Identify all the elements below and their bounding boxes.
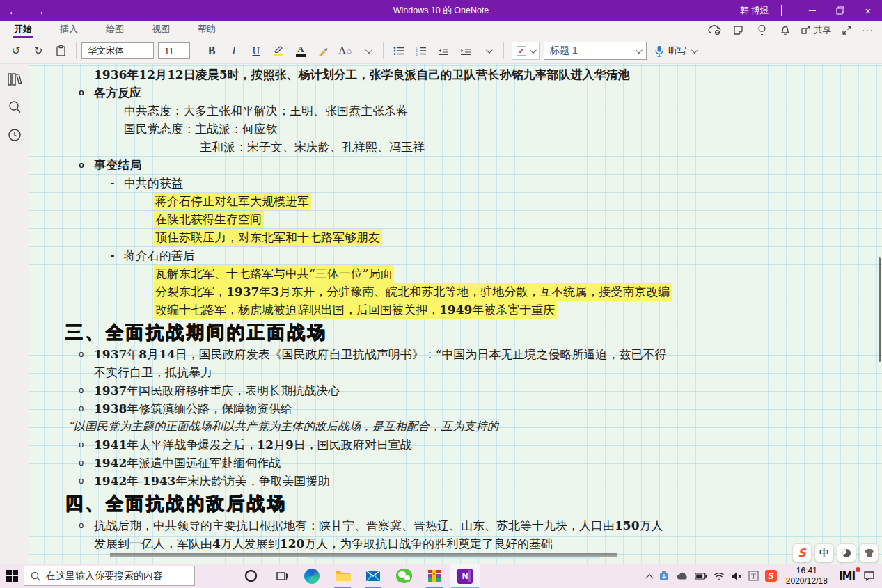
content-line[interactable]: 顶住苏联压力，对东北军和十七路军够朋友 xyxy=(29,228,882,246)
task-view-button[interactable] xyxy=(266,564,297,588)
content-line[interactable]: “以国民党为主题的正面战场和以共产党为主体的敌后战场，是互相配合，互为支持的 xyxy=(29,418,882,436)
content-line[interactable]: o事变结局 xyxy=(29,156,882,174)
content-line[interactable]: 瓦解东北军、十七路军与中共“三体一位”局面 xyxy=(29,264,882,283)
font-size-combobox[interactable]: 11 xyxy=(158,42,190,59)
italic-button[interactable]: I xyxy=(223,41,244,61)
volume-muted-icon[interactable] xyxy=(731,572,742,580)
wifi-icon[interactable] xyxy=(714,572,725,580)
mi-tray-icon[interactable]: IMI xyxy=(837,570,857,582)
paste-icon[interactable] xyxy=(50,41,71,61)
content-line[interactable]: o1942年派遣中国远征军赴缅甸作战 xyxy=(29,454,882,472)
minimize-button[interactable] xyxy=(798,0,826,21)
taskbar-search-input[interactable]: 在这里输入你要搜索的内容 xyxy=(24,566,195,586)
content-line[interactable]: o1941年太平洋战争爆发之后，12月9日，国民政府对日宣战 xyxy=(29,436,882,454)
content-line[interactable]: 在陕北获得生存空间 xyxy=(29,210,882,228)
wechat-button[interactable] xyxy=(388,564,419,588)
bold-button[interactable]: B xyxy=(201,41,222,61)
cortana-button[interactable] xyxy=(235,564,266,588)
font-name-combobox[interactable]: 华文宋体 xyxy=(81,42,154,59)
sync-status-icon[interactable] xyxy=(706,22,723,38)
sogou-logo-icon[interactable]: S xyxy=(792,543,812,562)
vertical-scrollbar[interactable] xyxy=(879,257,881,362)
increase-indent-icon[interactable] xyxy=(455,41,476,61)
fullscreen-icon[interactable] xyxy=(838,22,855,38)
ime-chinese-mode-button[interactable]: 中 xyxy=(814,543,834,562)
content-line[interactable]: 不实行自卫，抵抗暴力 xyxy=(29,363,882,381)
tray-clock[interactable]: 16:41 2020/12/18 xyxy=(783,566,830,587)
bulleted-list-icon[interactable] xyxy=(388,41,409,61)
paragraph-options-chevron-icon[interactable] xyxy=(478,41,498,61)
search-icon[interactable] xyxy=(6,99,23,116)
notebooks-icon[interactable] xyxy=(6,71,23,88)
ime-skin-icon[interactable] xyxy=(859,543,879,562)
circle-bullet: o xyxy=(79,399,84,418)
forward-icon[interactable]: → xyxy=(26,5,53,17)
share-button[interactable]: 共享 xyxy=(801,24,831,36)
battery-icon[interactable] xyxy=(695,573,707,580)
dictate-button[interactable]: 听写 xyxy=(655,45,696,57)
ideas-icon[interactable] xyxy=(753,22,770,38)
content-line[interactable]: o1937年8月14日，国民政府发表《国民政府自卫抗战声明书》：“中国为日本无止… xyxy=(29,345,882,363)
font-options-chevron-icon[interactable] xyxy=(357,41,378,61)
content-line[interactable]: o1938年修筑滇缅公路，保障物资供给 xyxy=(29,399,882,418)
content-line[interactable]: o各方反应 xyxy=(29,84,882,102)
feed-icon[interactable] xyxy=(730,22,746,38)
section-heading[interactable]: 三、全面抗战期间的正面战场 xyxy=(29,319,882,345)
style-dropdown[interactable]: 标题 1 xyxy=(544,42,647,60)
clear-formatting-icon[interactable]: A◇ xyxy=(335,41,356,61)
content-line[interactable]: 国民党态度：主战派：何应钦 xyxy=(29,120,882,138)
recent-notes-icon[interactable] xyxy=(6,127,23,143)
content-line[interactable]: 分裂东北军，1937年3月东开，分驻豫南、皖北和苏北等地，驻地分散，互不统属，接… xyxy=(29,283,882,301)
restore-button[interactable] xyxy=(826,0,854,21)
line-text: 蒋介石停止对红军大规模进军 xyxy=(154,193,311,210)
notifications-bell-icon[interactable] xyxy=(777,22,794,38)
start-button[interactable] xyxy=(0,564,24,588)
content-line[interactable]: 改编十七路军，杨虎城被迫辞职出国，后回国被关押，1949年被杀害于重庆 xyxy=(29,301,882,319)
content-line[interactable]: o1942年-1943年宋庆龄访美，争取美国援助 xyxy=(29,472,882,490)
format-painter-icon[interactable] xyxy=(313,41,333,61)
decrease-indent-icon[interactable] xyxy=(433,41,454,61)
winrar-button[interactable] xyxy=(419,564,450,588)
close-button[interactable]: × xyxy=(854,0,882,21)
content-line[interactable]: o1937年国民政府移驻重庆，表明长期抗战决心 xyxy=(29,381,882,399)
content-line[interactable]: 蒋介石停止对红军大规模进军 xyxy=(29,192,882,210)
tab-home[interactable]: 开始 xyxy=(11,21,35,39)
tab-view[interactable]: 视图 xyxy=(149,21,173,39)
redo-icon[interactable]: ↻ xyxy=(28,41,49,61)
underline-button[interactable]: U xyxy=(246,41,267,61)
font-color-button[interactable]: A xyxy=(290,41,311,61)
onedrive-cloud-icon[interactable] xyxy=(676,572,688,580)
mail-button[interactable] xyxy=(358,564,388,588)
line-text: 发展到一亿人，军队由4万人发展到120万人，为争取抗日战争的胜利奠定了良好的基础 xyxy=(94,537,553,550)
onenote-taskbar-button[interactable]: N xyxy=(450,564,480,588)
undo-icon[interactable]: ↺ xyxy=(6,41,26,61)
tab-draw[interactable]: 绘图 xyxy=(103,21,127,39)
content-line[interactable]: 发展到一亿人，军队由4万人发展到120万人，为争取抗日战争的胜利奠定了良好的基础 xyxy=(29,534,882,553)
style-chevron-icon xyxy=(636,47,643,54)
content-line[interactable]: -蒋介石的善后 xyxy=(29,246,882,264)
numbered-list-icon[interactable]: 123 xyxy=(411,41,432,61)
content-line[interactable]: 中共态度：大多主张和平解决；王明、张国焘主张杀蒋 xyxy=(29,102,882,120)
tray-expand-chevron-icon[interactable] xyxy=(647,573,652,579)
user-name[interactable]: 韩 博煜 xyxy=(727,5,781,17)
note-page-canvas[interactable]: 1936年12月12日凌晨5时，按照张、杨计划分工，张学良派自己的卫队营长孙铭九… xyxy=(29,64,882,564)
content-line[interactable]: o抗战后期，中共领导的主要抗日根据地有：陕甘宁、晋察冀、晋热辽、山东、苏北等十九… xyxy=(29,516,882,534)
todo-tag-dropdown[interactable]: ✓ xyxy=(512,42,540,60)
file-explorer-button[interactable] xyxy=(327,564,358,588)
tab-insert[interactable]: 插入 xyxy=(57,21,81,39)
content-line[interactable]: 主和派：宋子文、宋庆龄、孔祥熙、冯玉祥 xyxy=(29,138,882,156)
tab-help[interactable]: 帮助 xyxy=(195,21,219,39)
highlighter-icon xyxy=(274,45,283,53)
notification-center-icon[interactable] xyxy=(863,571,875,581)
content-line[interactable]: 1936年12月12日凌晨5时，按照张、杨计划分工，张学良派自己的卫队营长孙铭九… xyxy=(29,65,882,84)
usb-device-icon[interactable] xyxy=(659,571,670,582)
edge-button[interactable] xyxy=(297,564,327,588)
section-heading[interactable]: 四、全面抗战的敌后战场 xyxy=(29,490,882,516)
ime-indicator-icon[interactable] xyxy=(748,571,759,581)
more-options-icon[interactable]: ··· xyxy=(862,24,874,35)
highlighter-button[interactable] xyxy=(268,41,289,61)
sogou-tray-icon[interactable]: S xyxy=(765,570,777,582)
ime-fullwidth-moon-icon[interactable] xyxy=(837,543,856,562)
back-icon[interactable]: ← xyxy=(0,5,26,17)
content-line[interactable]: -中共的获益 xyxy=(29,174,882,192)
